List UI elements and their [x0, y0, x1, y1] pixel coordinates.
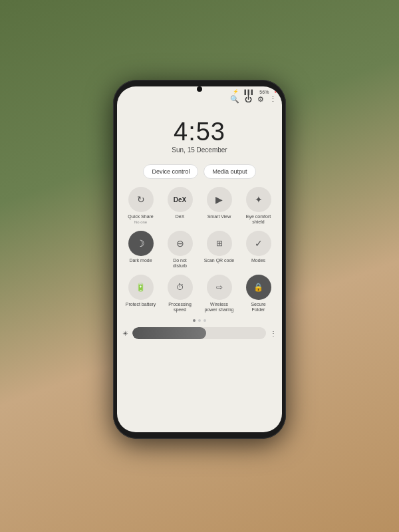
time-display: 4:53	[117, 119, 282, 144]
processing-speed-icon: ⏱	[168, 275, 193, 300]
dark-mode-label: Dark mode	[129, 258, 152, 263]
qs-row-3: 🔋 Protect battery ⏱ Processingspeed ⇨ Wi…	[117, 272, 282, 316]
signal-icon: ▌▌▌	[244, 90, 254, 94]
qs-protect-battery[interactable]: 🔋 Protect battery	[122, 275, 159, 313]
wireless-power-icon: ⇨	[207, 275, 232, 300]
page-dot-2	[198, 319, 201, 322]
phone-screen: ⚡ ▌▌▌ 56% ● 🔍 ⏻ ⚙ ⋮ 4:53 Sun, 15 Decembe…	[117, 86, 282, 432]
power-icon[interactable]: ⏻	[245, 95, 252, 104]
wireless-power-label: Wirelesspower sharing	[205, 302, 234, 313]
qs-modes[interactable]: ✓ Modes	[240, 231, 277, 269]
qs-smart-view[interactable]: ▶ Smart View	[201, 187, 237, 225]
quick-share-sublabel: No one	[134, 220, 147, 224]
qs-row-1: ↻ Quick Share No one DeX DeX ▶ Smart Vie…	[117, 184, 282, 228]
dex-label: DeX	[176, 214, 185, 219]
modes-icon: ✓	[246, 231, 271, 256]
settings-icon[interactable]: ⚙	[257, 95, 264, 104]
bluetooth-icon: ⚡	[233, 89, 239, 94]
secure-folder-label: SecureFolder	[251, 302, 265, 313]
quick-actions-bar: Device control Media output	[117, 159, 282, 184]
qs-row-2: ☽ Dark mode ⊖ Do notdisturb ⊞ Scan QR co…	[117, 228, 282, 272]
protect-battery-icon: 🔋	[128, 275, 154, 300]
brightness-icon: ☀	[122, 330, 128, 337]
date-display: Sun, 15 December	[117, 146, 282, 154]
dark-mode-icon: ☽	[128, 231, 154, 256]
dex-icon: DeX	[168, 187, 193, 212]
qs-dnd[interactable]: ⊖ Do notdisturb	[162, 231, 198, 269]
media-output-button[interactable]: Media output	[203, 164, 255, 179]
qs-eye-comfort[interactable]: ✦ Eye comfort shield	[240, 187, 277, 225]
brightness-fill	[132, 327, 206, 339]
qs-scan-qr[interactable]: ⊞ Scan QR code	[201, 231, 237, 269]
dnd-label: Do notdisturb	[173, 258, 187, 269]
qs-dark-mode[interactable]: ☽ Dark mode	[122, 231, 159, 269]
phone-shell: ⚡ ▌▌▌ 56% ● 🔍 ⏻ ⚙ ⋮ 4:53 Sun, 15 Decembe…	[113, 80, 286, 439]
qs-quick-share[interactable]: ↻ Quick Share No one	[122, 187, 159, 225]
more-icon[interactable]: ⋮	[269, 95, 277, 104]
dnd-icon: ⊖	[168, 231, 193, 256]
device-control-button[interactable]: Device control	[143, 164, 198, 179]
battery-dot: ●	[274, 90, 277, 94]
page-dots	[117, 315, 282, 325]
secure-folder-icon: 🔒	[246, 275, 271, 300]
processing-speed-label: Processingspeed	[168, 302, 192, 313]
qs-secure-folder[interactable]: 🔒 SecureFolder	[240, 275, 277, 313]
qs-wireless-power[interactable]: ⇨ Wirelesspower sharing	[201, 275, 237, 313]
smart-view-icon: ▶	[207, 187, 232, 212]
brightness-bar: ☀ ⋮	[117, 325, 282, 342]
qs-dex[interactable]: DeX DeX	[162, 187, 198, 225]
scan-qr-label: Scan QR code	[204, 258, 235, 263]
eye-comfort-icon: ✦	[246, 187, 271, 212]
quick-share-label: Quick Share	[128, 214, 154, 219]
brightness-track[interactable]	[132, 327, 266, 339]
page-dot-3	[203, 319, 206, 322]
eye-comfort-label: Eye comfort shield	[242, 214, 275, 225]
scan-qr-icon: ⊞	[207, 231, 232, 256]
smart-view-label: Smart View	[207, 214, 231, 219]
time-section: 4:53 Sun, 15 December	[117, 106, 282, 159]
camera-notch	[197, 86, 202, 92]
brightness-more-icon[interactable]: ⋮	[270, 330, 277, 337]
protect-battery-label: Protect battery	[126, 302, 156, 307]
modes-label: Modes	[251, 258, 265, 263]
quick-share-icon: ↻	[128, 187, 154, 212]
top-action-bar: 🔍 ⏻ ⚙ ⋮	[117, 94, 282, 106]
qs-processing-speed[interactable]: ⏱ Processingspeed	[162, 275, 198, 313]
page-dot-1	[193, 319, 196, 322]
battery-text: 56%	[259, 90, 269, 94]
search-icon[interactable]: 🔍	[230, 95, 239, 104]
